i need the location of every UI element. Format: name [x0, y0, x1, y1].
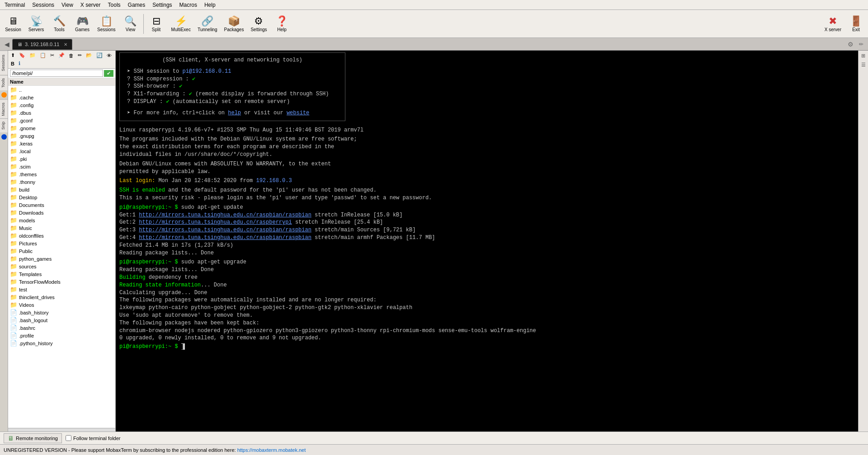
list-item[interactable]: 📁oldconffiles	[8, 232, 115, 239]
list-item[interactable]: 📁.local	[8, 147, 115, 155]
list-item[interactable]: 📁.cache	[8, 94, 115, 101]
toolbar-multiexec[interactable]: ⚡ MultiExec	[168, 14, 194, 33]
macros-vtab[interactable]: Macros	[0, 99, 8, 119]
file-panel-scrollbar[interactable]	[8, 428, 115, 432]
list-item[interactable]: 📁Pictures	[8, 239, 115, 247]
follow-checkbox[interactable]	[66, 435, 71, 441]
list-item[interactable]: 📁Downloads	[8, 209, 115, 216]
toolbar-session[interactable]: 🖥 Session	[2, 14, 24, 33]
menu-macros[interactable]: Macros	[176, 1, 201, 9]
sessions-vtab[interactable]: Sessions	[0, 51, 8, 75]
tab-close-button[interactable]: ✕	[64, 42, 67, 47]
folder-icon: 📁	[10, 171, 17, 178]
tab-nav-left[interactable]: ◀	[2, 40, 12, 49]
folder-icon: 📁	[10, 125, 17, 131]
toolbar-help[interactable]: ❓ Help	[271, 14, 293, 33]
list-item[interactable]: 📄.bash_history	[8, 309, 115, 316]
list-item[interactable]: 📁thinclient_drives	[8, 293, 115, 301]
list-item[interactable]: 📁.scim	[8, 163, 115, 170]
follow-terminal-folder[interactable]: Follow terminal folder	[66, 435, 121, 441]
menu-sessions[interactable]: Sessions	[28, 1, 58, 9]
fp-go-up[interactable]: ⬆	[9, 52, 17, 59]
list-item[interactable]: 📁TensorFlowModels	[8, 278, 115, 286]
menu-terminal[interactable]: Terminal	[1, 1, 28, 9]
list-item[interactable]: 📁Desktop	[8, 193, 115, 201]
list-item[interactable]: 📁Videos	[8, 301, 115, 309]
toolbar-tools[interactable]: 🔨 Tools	[48, 14, 71, 33]
games-icon: 🎮	[76, 15, 89, 27]
path-ok-button[interactable]: ✔	[104, 70, 113, 77]
toolbar-servers[interactable]: 📡 Servers	[25, 14, 47, 33]
toolbar-split[interactable]: ⊟ Split	[145, 14, 168, 33]
toolbar-exit[interactable]: 🚪 Exit	[846, 14, 866, 33]
folder-icon: 📁	[10, 194, 17, 201]
fp-cut[interactable]: ✂	[48, 52, 56, 59]
list-item[interactable]: 📁.thonny	[8, 178, 115, 186]
list-item[interactable]: 📁python_games	[8, 255, 115, 263]
menu-settings[interactable]: Settings	[149, 1, 175, 9]
fp-rename[interactable]: ✏	[76, 52, 84, 59]
fp-open[interactable]: 📂	[84, 52, 94, 59]
list-item[interactable]: 📁sources	[8, 263, 115, 270]
terminal[interactable]: (SSH client, X-server and networking too…	[116, 51, 858, 432]
list-item[interactable]: 📁.dbus	[8, 109, 115, 117]
toolbar-games[interactable]: 🎮 Games	[71, 14, 94, 33]
toolbar-tunneling[interactable]: 🔗 Tunneling	[194, 14, 221, 33]
list-item[interactable]: 📄.bashrc	[8, 324, 115, 332]
remote-monitoring-button[interactable]: 🖥 Remote monitoring	[4, 433, 62, 443]
fp-bookmark[interactable]: 🔖	[17, 52, 27, 59]
list-item[interactable]: 📄.profile	[8, 332, 115, 339]
right-icon-2[interactable]: ☰	[859, 61, 868, 69]
fp-refresh[interactable]: 🔄	[94, 52, 104, 59]
left-side-tabs: Sessions Tools Macros Snip	[0, 51, 8, 432]
settings-icon: ⚙	[254, 15, 263, 27]
list-item[interactable]: 📄.python_history	[8, 339, 115, 347]
fp-paste[interactable]: 📌	[57, 52, 66, 59]
list-item[interactable]: 📁build	[8, 186, 115, 193]
list-item[interactable]: 📁Templates	[8, 270, 115, 278]
list-item[interactable]: 📁.keras	[8, 140, 115, 147]
fp-delete[interactable]: 🗑	[67, 52, 75, 59]
toolbar-sessions[interactable]: 📋 Sessions	[94, 14, 119, 33]
path-input[interactable]	[10, 70, 103, 77]
folder-icon: 📁	[10, 102, 17, 108]
list-item[interactable]: 📁.themes	[8, 170, 115, 178]
toolbar-settings[interactable]: ⚙ Settings	[247, 14, 270, 33]
right-panel: ⊞ ☰	[858, 51, 868, 432]
tab-extra-icon[interactable]: ✏	[856, 41, 866, 47]
toolbar-view[interactable]: 🔍 View	[119, 14, 142, 33]
menu-view[interactable]: View	[58, 1, 77, 9]
list-item[interactable]: 📁Documents	[8, 201, 115, 209]
list-item[interactable]: 📁Music	[8, 224, 115, 232]
fp-new-folder[interactable]: 📁	[28, 52, 38, 59]
folder-icon: 📁	[10, 255, 17, 262]
list-item[interactable]: 📄.bash_logout	[8, 316, 115, 324]
menu-tools[interactable]: Tools	[104, 1, 124, 9]
menu-help[interactable]: Help	[201, 1, 219, 9]
list-item[interactable]: 📁..	[8, 86, 115, 94]
active-tab[interactable]: 🖥 3. 192.168.0.11 ✕	[12, 39, 72, 50]
fp-copy[interactable]: 📋	[38, 52, 48, 59]
snip-vtab[interactable]: Snip	[0, 118, 8, 132]
menu-games[interactable]: Games	[124, 1, 149, 9]
list-item[interactable]: 📁.gconf	[8, 117, 115, 124]
tools-vtab[interactable]: Tools	[0, 75, 8, 90]
list-item[interactable]: 📁.pki	[8, 155, 115, 163]
list-item[interactable]: 📁.gnupg	[8, 132, 115, 140]
status-link[interactable]: https://mobaxterm.mobatek.net	[237, 447, 306, 453]
list-item[interactable]: 📁Public	[8, 247, 115, 255]
toolbar-packages[interactable]: 📦 Packages	[221, 14, 247, 33]
fp-info[interactable]: ℹ	[17, 60, 22, 67]
fp-bold[interactable]: B	[9, 60, 16, 67]
folder-icon: 📁	[10, 148, 17, 155]
folder-icon: 📁	[10, 155, 17, 162]
right-icon-1[interactable]: ⊞	[859, 52, 868, 60]
list-item[interactable]: 📁.config	[8, 101, 115, 109]
menu-xserver[interactable]: X server	[77, 1, 104, 9]
list-item[interactable]: 📁.gnome	[8, 124, 115, 132]
toolbar-xserver[interactable]: ✖ X server	[821, 14, 845, 33]
tab-settings-icon[interactable]: ⚙	[845, 41, 856, 48]
list-item[interactable]: 📁models	[8, 216, 115, 224]
list-item[interactable]: 📁test	[8, 286, 115, 293]
fp-view[interactable]: 👁	[105, 52, 113, 59]
